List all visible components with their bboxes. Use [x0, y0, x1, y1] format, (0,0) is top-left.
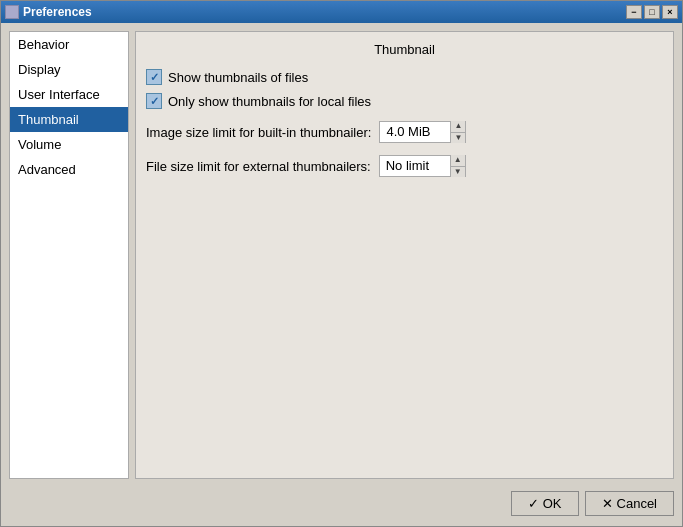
checkbox-label-1: Show thumbnails of files: [168, 70, 308, 85]
window-title: Preferences: [23, 5, 92, 19]
content-panel: Thumbnail ✓ Show thumbnails of files ✓ O…: [135, 31, 674, 479]
checkbox-row-2: ✓ Only show thumbnails for local files: [146, 93, 663, 109]
close-button[interactable]: ×: [662, 5, 678, 19]
file-size-down-button[interactable]: ▼: [451, 166, 465, 178]
file-size-spinner[interactable]: No limit ▲ ▼: [379, 155, 466, 177]
image-size-value: 4.0 MiB: [380, 121, 450, 143]
checkbox-label-2: Only show thumbnails for local files: [168, 94, 371, 109]
image-size-spinner-buttons: ▲ ▼: [450, 121, 465, 143]
titlebar: Preferences − □ ×: [1, 1, 682, 23]
checkbox-show-thumbnails[interactable]: ✓: [146, 69, 162, 85]
titlebar-buttons: − □ ×: [626, 5, 678, 19]
maximize-button[interactable]: □: [644, 5, 660, 19]
sidebar-item-display[interactable]: Display: [10, 57, 128, 82]
cancel-label: Cancel: [617, 496, 657, 511]
checkbox-local-thumbnails[interactable]: ✓: [146, 93, 162, 109]
preferences-icon: [5, 5, 19, 19]
file-size-value: No limit: [380, 155, 450, 177]
ok-icon: ✓: [528, 496, 539, 511]
panel-title: Thumbnail: [146, 42, 663, 57]
image-size-up-button[interactable]: ▲: [451, 121, 465, 132]
sidebar-item-advanced[interactable]: Advanced: [10, 157, 128, 182]
ok-button[interactable]: ✓ OK: [511, 491, 579, 516]
sidebar-item-user-interface[interactable]: User Interface: [10, 82, 128, 107]
titlebar-left: Preferences: [5, 5, 92, 19]
sidebar-item-volume[interactable]: Volume: [10, 132, 128, 157]
checkbox-row-1: ✓ Show thumbnails of files: [146, 69, 663, 85]
file-size-up-button[interactable]: ▲: [451, 155, 465, 166]
image-size-down-button[interactable]: ▼: [451, 132, 465, 144]
image-size-spinner[interactable]: 4.0 MiB ▲ ▼: [379, 121, 466, 143]
check-mark-1: ✓: [150, 72, 159, 83]
cancel-icon: ✕: [602, 496, 613, 511]
footer: ✓ OK ✕ Cancel: [9, 487, 674, 518]
preferences-window: Preferences − □ × Behavior Display User …: [0, 0, 683, 527]
sidebar-item-thumbnail[interactable]: Thumbnail: [10, 107, 128, 132]
window-body: Behavior Display User Interface Thumbnai…: [1, 23, 682, 526]
main-content: Behavior Display User Interface Thumbnai…: [9, 31, 674, 479]
ok-label: OK: [543, 496, 562, 511]
cancel-button[interactable]: ✕ Cancel: [585, 491, 674, 516]
file-size-label: File size limit for external thumbnailer…: [146, 159, 371, 174]
sidebar: Behavior Display User Interface Thumbnai…: [9, 31, 129, 479]
field-row-file-size: File size limit for external thumbnailer…: [146, 155, 663, 177]
check-mark-2: ✓: [150, 96, 159, 107]
sidebar-item-behavior[interactable]: Behavior: [10, 32, 128, 57]
file-size-spinner-buttons: ▲ ▼: [450, 155, 465, 177]
field-row-image-size: Image size limit for built-in thumbnaile…: [146, 121, 663, 143]
image-size-label: Image size limit for built-in thumbnaile…: [146, 125, 371, 140]
minimize-button[interactable]: −: [626, 5, 642, 19]
